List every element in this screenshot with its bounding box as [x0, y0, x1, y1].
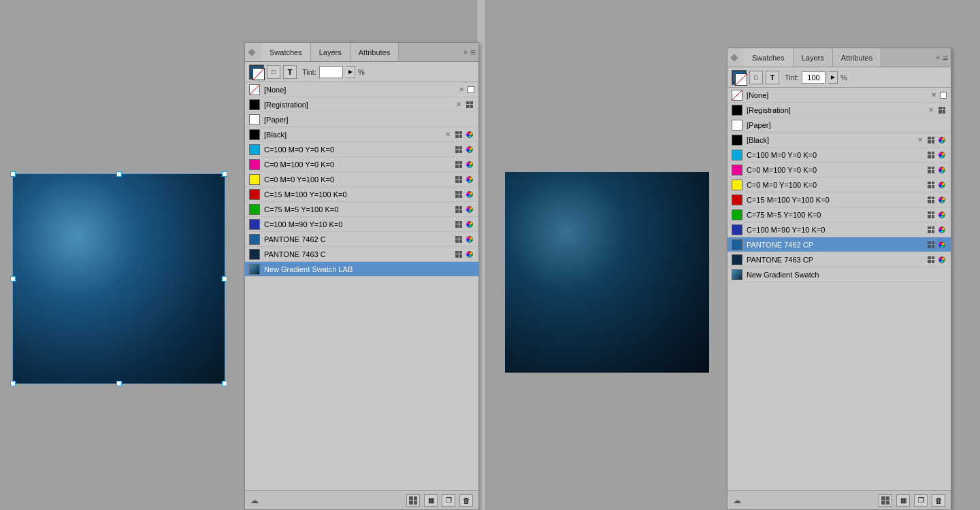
right-new-color-group-btn[interactable]	[879, 494, 892, 507]
swatch-row[interactable]: [Registration]✕	[245, 97, 478, 112]
swatch-icons: ✕	[929, 90, 947, 100]
swatch-name-label: C=0 M=0 Y=100 K=0	[747, 181, 926, 189]
swatch-wheel-icon	[465, 175, 474, 184]
swatch-wheel-icon	[937, 135, 947, 145]
swatch-row[interactable]: [None]✕	[245, 82, 478, 97]
left-cloud-icon[interactable]: ☁	[250, 496, 259, 505]
handle-br[interactable]	[222, 381, 227, 386]
handle-ml[interactable]	[10, 276, 16, 282]
swatch-grid-icon	[454, 145, 463, 154]
swatch-name-label: C=15 M=100 Y=100 K=0	[747, 196, 926, 204]
swatch-row[interactable]: C=100 M=90 Y=10 K=0	[245, 217, 478, 232]
left-stroke-btn[interactable]: □	[267, 65, 280, 79]
swatch-row[interactable]: [Paper]	[728, 118, 951, 133]
swatch-row[interactable]: C=75 M=5 Y=100 K=0	[728, 207, 951, 222]
left-text-btn[interactable]: T	[283, 65, 297, 79]
swatch-row[interactable]: [Registration]✕	[728, 103, 951, 118]
right-tint-input[interactable]	[802, 71, 826, 84]
swatch-row[interactable]: C=15 M=100 Y=100 K=0	[245, 187, 478, 202]
swatch-wheel-icon	[937, 225, 947, 235]
left-bottom-toolbar: ☁ ▦ ❐ 🗑	[245, 490, 478, 509]
right-text-btn[interactable]: T	[766, 71, 779, 84]
swatch-row[interactable]: C=0 M=0 Y=100 K=0	[245, 172, 478, 187]
right-cloud-icon[interactable]: ☁	[733, 496, 741, 505]
handle-bm[interactable]	[116, 381, 122, 386]
swatch-name-label: C=100 M=0 Y=0 K=0	[264, 146, 454, 154]
right-tab-swatches-diamond	[728, 48, 744, 67]
swatch-row[interactable]: C=0 M=0 Y=100 K=0	[728, 177, 951, 192]
swatch-name-label: [Registration]	[264, 101, 454, 109]
right-swatches-list[interactable]: [None]✕[Registration]✕[Paper][Black]✕C=1…	[728, 88, 951, 490]
right-fill-color-box[interactable]	[732, 70, 747, 85]
gradient-rect-left[interactable]	[12, 173, 225, 384]
handle-tl[interactable]	[10, 171, 16, 177]
left-fill-color-box[interactable]	[249, 65, 264, 80]
right-tint-arrow[interactable]: ▶	[828, 71, 838, 84]
swatch-grid-icon	[937, 105, 947, 115]
handle-tm[interactable]	[116, 171, 122, 177]
left-new-color-group-btn[interactable]	[406, 494, 420, 507]
swatch-icons	[454, 145, 474, 154]
swatch-color-box	[732, 135, 742, 146]
right-panel-collapse-icon[interactable]: »	[936, 54, 940, 61]
left-tint-input[interactable]	[319, 66, 343, 78]
swatch-row[interactable]: PANTONE 7462 CP	[728, 237, 951, 252]
swatch-row[interactable]: New Gradient Swatch	[728, 267, 951, 282]
swatch-name-label: C=0 M=100 Y=0 K=0	[747, 166, 926, 174]
swatch-wheel-icon	[465, 250, 474, 259]
right-delete-swatch-btn[interactable]: 🗑	[932, 494, 945, 507]
right-tab-swatches[interactable]: Swatches	[744, 48, 794, 67]
swatch-row[interactable]: [Black]✕	[728, 133, 951, 148]
swatch-icons: ✕	[443, 130, 474, 139]
right-stroke-btn[interactable]: □	[749, 71, 763, 84]
swatch-row[interactable]: C=0 M=100 Y=0 K=0	[728, 163, 951, 177]
left-delete-swatch-btn[interactable]: 🗑	[459, 494, 473, 507]
left-tint-arrow[interactable]: ▶	[346, 66, 355, 78]
swatch-x-icon: ✕	[915, 135, 925, 145]
left-new-swatch-btn[interactable]: ▦	[424, 494, 438, 507]
handle-bl[interactable]	[10, 381, 16, 386]
left-tab-attributes[interactable]: Attributes	[350, 43, 399, 61]
swatch-row[interactable]: New Gradient Swatch LAB	[245, 262, 478, 277]
swatch-name-label: C=0 M=0 Y=100 K=0	[264, 175, 454, 184]
left-panel-menu-icon[interactable]: ≡	[470, 47, 476, 58]
swatch-color-box	[732, 224, 742, 235]
swatch-icons	[926, 225, 947, 235]
swatch-color-box	[732, 120, 742, 131]
swatch-row[interactable]: [Paper]	[245, 112, 478, 127]
swatch-row[interactable]: PANTONE 7463 CP	[728, 252, 951, 267]
right-new-swatch-btn[interactable]: ▦	[896, 494, 910, 507]
swatch-square-icon	[940, 92, 947, 99]
swatch-wheel-icon	[937, 165, 947, 175]
swatches-diamond-icon	[248, 48, 255, 56]
swatch-grid-icon	[454, 130, 463, 139]
left-duplicate-swatch-btn[interactable]: ❐	[442, 494, 455, 507]
swatch-icons	[926, 150, 947, 160]
left-panel-collapse-icon[interactable]: »	[463, 48, 468, 56]
left-tab-layers[interactable]: Layers	[311, 43, 350, 61]
handle-mr[interactable]	[222, 276, 227, 282]
swatch-row[interactable]: C=75 M=5 Y=100 K=0	[245, 202, 478, 217]
right-panel-menu-icon[interactable]: ≡	[943, 52, 948, 63]
swatch-row[interactable]: C=100 M=90 Y=10 K=0	[728, 222, 951, 237]
left-tab-swatches[interactable]: Swatches	[261, 43, 311, 61]
swatch-row[interactable]: C=100 M=0 Y=0 K=0	[728, 148, 951, 163]
swatch-row[interactable]: [Black]✕	[245, 127, 478, 142]
swatch-grid-icon	[454, 250, 463, 259]
swatch-row[interactable]: PANTONE 7462 C	[245, 232, 478, 247]
right-tab-attributes[interactable]: Attributes	[833, 48, 881, 67]
gradient-rect-right[interactable]	[505, 172, 709, 373]
swatch-row[interactable]: C=0 M=100 Y=0 K=0	[245, 157, 478, 172]
right-tab-layers[interactable]: Layers	[794, 48, 833, 67]
swatch-x-icon: ✕	[454, 100, 463, 109]
handle-tr[interactable]	[222, 171, 227, 177]
right-tab-swatches-label: Swatches	[752, 54, 785, 62]
swatch-row[interactable]: C=100 M=0 Y=0 K=0	[245, 142, 478, 157]
swatch-row[interactable]: C=15 M=100 Y=100 K=0	[728, 192, 951, 207]
swatch-row[interactable]: [None]✕	[728, 88, 951, 103]
right-tab-bar: Swatches Layers Attributes » ≡	[728, 48, 951, 67]
swatch-icons	[454, 250, 474, 259]
left-swatches-list[interactable]: [None]✕[Registration]✕[Paper][Black]✕C=1…	[245, 82, 478, 490]
swatch-row[interactable]: PANTONE 7463 C	[245, 247, 478, 262]
right-duplicate-swatch-btn[interactable]: ❐	[914, 494, 928, 507]
